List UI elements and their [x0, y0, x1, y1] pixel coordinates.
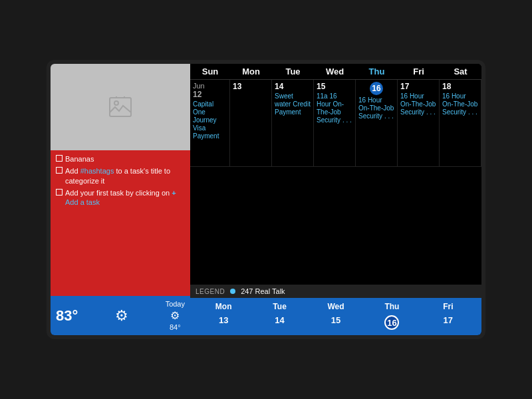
tasks-section: Bananas Add #hashtags to a task's title … — [51, 150, 190, 296]
mini-header-tue: Tue — [251, 302, 307, 311]
task-checkbox-hashtags[interactable] — [56, 167, 63, 174]
cal-cell-sat[interactable]: 18 16 Hour On-The-Job Security . . . — [440, 80, 481, 166]
cal-event-tue: Sweet water Credit Payment — [275, 92, 311, 116]
cal-cell-wed[interactable]: 15 11a 16 Hour On-The-Job Security . . . — [314, 80, 356, 166]
cal-month-sun: Jun — [193, 82, 227, 90]
cal-body-row: Jun 12 Capital One Journey Visa Payment … — [190, 80, 481, 167]
calendar-top: Sun Mon Tue Wed Thu Fri Sat Jun 12 Capit… — [190, 64, 481, 285]
cal-event-thu: 16 Hour On-The-Job Security . . . — [358, 96, 394, 120]
left-panel: Bananas Add #hashtags to a task's title … — [51, 64, 190, 335]
task-add-first[interactable]: Add your first task by clicking on + Add… — [56, 188, 185, 207]
cal-event-wed: 11a 16 Hour On-The-Job Security . . . — [317, 92, 352, 124]
cal-cell-fri[interactable]: 17 16 Hour On-The-Job Security . . . — [398, 80, 440, 166]
cal-date-thu: 16 — [370, 82, 383, 95]
svg-point-1 — [114, 101, 118, 105]
legend-entry-name: 247 Real Talk — [241, 287, 285, 295]
legend-dot — [230, 289, 235, 294]
mini-header-mon: Mon — [196, 302, 251, 311]
mini-date-16[interactable]: 16 — [364, 314, 420, 331]
task-bananas[interactable]: Bananas — [56, 154, 185, 164]
cal-cell-sun[interactable]: Jun 12 Capital One Journey Visa Payment — [190, 80, 230, 166]
weather-icon: ⚙ — [115, 307, 128, 325]
col-header-mon: Mon — [230, 64, 272, 79]
mini-date-14[interactable]: 14 — [251, 314, 307, 331]
weather-icon-small: ⚙ — [170, 309, 180, 322]
mini-header-wed: Wed — [308, 302, 364, 311]
cal-cell-tue[interactable]: 14 Sweet water Credit Payment — [272, 80, 314, 166]
cal-date-tue: 14 — [275, 82, 311, 91]
cal-event-sun: Capital One Journey Visa Payment — [193, 100, 227, 140]
cal-cell-mon[interactable]: 13 — [230, 80, 272, 166]
col-header-wed: Wed — [314, 64, 356, 79]
cal-date-wed: 15 — [317, 82, 352, 91]
task-hashtags[interactable]: Add #hashtags to a task's title to categ… — [56, 166, 185, 186]
mini-cal-row: 13 14 15 16 17 — [196, 314, 476, 331]
task-checkbox-add[interactable] — [56, 189, 63, 196]
weather-high: 84° — [170, 323, 181, 331]
weather-today-label: Today — [166, 300, 185, 308]
mini-date-13[interactable]: 13 — [196, 314, 251, 331]
svg-rect-0 — [110, 98, 131, 116]
weather-section: 83° ⚙ Today ⚙ 84° — [51, 296, 190, 335]
col-header-fri: Fri — [398, 64, 440, 79]
task-label-add: Add your first task by clicking on + Add… — [65, 188, 185, 207]
col-header-sun: Sun — [190, 64, 230, 79]
col-header-tue: Tue — [272, 64, 314, 79]
mini-date-17[interactable]: 17 — [420, 314, 476, 331]
cal-header-row: Sun Mon Tue Wed Thu Fri Sat — [190, 64, 481, 80]
mini-cal-header: Mon Tue Wed Thu Fri — [196, 302, 476, 311]
weather-temperature: 83° — [56, 307, 78, 325]
mini-header-fri: Fri — [420, 302, 476, 311]
task-checkbox-bananas[interactable] — [56, 155, 63, 162]
cal-cell-thu[interactable]: 16 16 Hour On-The-Job Security . . . — [356, 80, 398, 166]
legend-label: LEGEND — [196, 288, 225, 295]
cal-date-sat: 18 — [442, 82, 478, 91]
cal-date-sun: 12 — [193, 90, 227, 99]
mini-header-thu: Thu — [364, 302, 420, 311]
mini-date-15[interactable]: 15 — [308, 314, 364, 331]
weather-right: Today ⚙ 84° — [166, 300, 185, 331]
cal-event-fri: 16 Hour On-The-Job Security . . . — [400, 92, 436, 116]
task-label-bananas: Bananas — [65, 154, 94, 164]
right-panel: Sun Mon Tue Wed Thu Fri Sat Jun 12 Capit… — [190, 64, 481, 335]
task-label-hashtags: Add #hashtags to a task's title to categ… — [65, 166, 185, 186]
screen: Bananas Add #hashtags to a task's title … — [47, 60, 485, 339]
image-placeholder — [51, 64, 190, 150]
col-header-thu: Thu — [356, 64, 398, 79]
cal-date-mon: 13 — [233, 82, 269, 91]
cal-date-fri: 17 — [400, 82, 436, 91]
mini-calendar: Mon Tue Wed Thu Fri 13 14 15 16 17 — [190, 298, 481, 335]
cal-event-sat: 16 Hour On-The-Job Security . . . — [442, 92, 478, 116]
legend-bar: LEGEND 247 Real Talk — [190, 285, 481, 298]
col-header-sat: Sat — [440, 64, 481, 79]
